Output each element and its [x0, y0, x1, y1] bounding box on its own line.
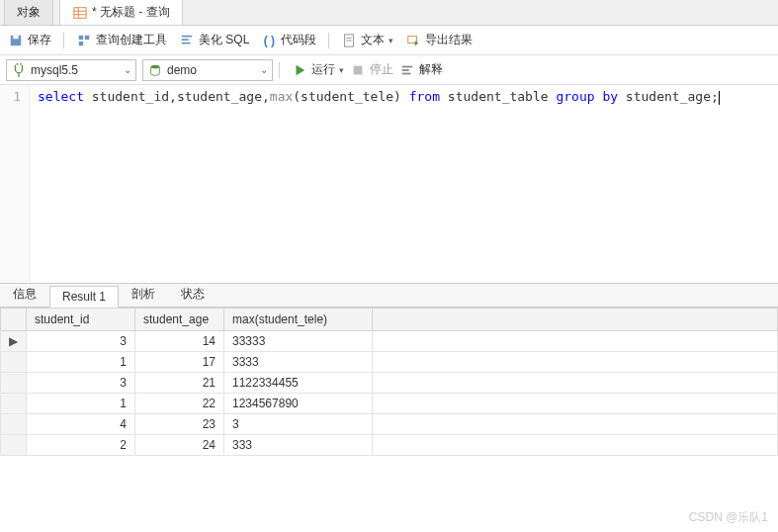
tab-result1[interactable]: Result 1: [49, 286, 119, 308]
svg-rect-7: [85, 35, 89, 39]
cell-empty: [373, 435, 778, 456]
col-header-empty: [373, 309, 778, 331]
svg-rect-14: [354, 65, 363, 74]
snippet-button[interactable]: ( ) 代码段: [261, 32, 316, 48]
export-icon: [405, 33, 421, 48]
plug-icon: [11, 62, 27, 78]
svg-rect-8: [79, 41, 83, 44]
tab-query-label: * 无标题 - 查询: [92, 4, 170, 21]
separator: [63, 33, 64, 48]
result-tab-bar: 信息 Result 1 剖析 状态: [0, 284, 778, 308]
chevron-down-icon: ⌄: [260, 64, 268, 75]
table-row[interactable]: 3211122334455: [1, 373, 778, 394]
snippet-icon: ( ): [261, 33, 277, 48]
cell-max-tele[interactable]: 3333: [224, 352, 373, 373]
separator: [328, 33, 329, 48]
tab-object[interactable]: 对象: [4, 0, 53, 25]
cell-max-tele[interactable]: 333: [224, 435, 373, 456]
cell-student-id[interactable]: 3: [27, 331, 135, 352]
cell-student-age[interactable]: 17: [135, 352, 224, 373]
beautify-sql-button[interactable]: 美化 SQL: [179, 32, 249, 48]
row-indicator: ▶: [1, 331, 27, 352]
col-header-max-tele[interactable]: max(student_tele): [224, 309, 373, 331]
cell-empty: [373, 331, 778, 352]
connection-dropdown[interactable]: mysql5.5 ⌄: [6, 59, 136, 81]
chevron-down-icon: ▾: [389, 36, 393, 45]
table-row[interactable]: 1221234567890: [1, 394, 778, 414]
table-icon: [72, 5, 88, 21]
explain-button[interactable]: 解释: [399, 61, 443, 78]
watermark: CSDN @乐队1: [689, 509, 768, 526]
separator: [279, 62, 280, 78]
row-indicator: [1, 414, 27, 435]
cell-student-age[interactable]: 23: [135, 414, 224, 435]
cell-student-age[interactable]: 24: [135, 435, 224, 456]
svg-rect-6: [79, 35, 83, 39]
sql-editor[interactable]: 1 select student_id,student_age,max(stud…: [0, 85, 778, 283]
row-indicator: [1, 435, 27, 456]
run-button[interactable]: 运行 ▾: [292, 61, 344, 78]
beautify-icon: [179, 33, 195, 48]
cell-student-id[interactable]: 2: [27, 435, 135, 456]
cell-student-id[interactable]: 4: [27, 414, 135, 435]
cell-student-age[interactable]: 14: [135, 331, 224, 352]
editor-tab-bar: 对象 * 无标题 - 查询: [0, 0, 778, 26]
tab-info[interactable]: 信息: [0, 282, 49, 307]
svg-point-13: [151, 64, 160, 68]
row-indicator: [1, 394, 27, 414]
database-icon: [147, 62, 163, 78]
tab-object-label: 对象: [17, 4, 41, 21]
cell-student-age[interactable]: 22: [135, 394, 224, 414]
table-row[interactable]: ▶31433333: [1, 331, 778, 352]
svg-rect-0: [74, 7, 86, 18]
cell-student-id[interactable]: 1: [27, 352, 135, 373]
svg-rect-15: [402, 65, 413, 67]
play-icon: [292, 62, 307, 78]
line-gutter: 1: [0, 85, 30, 283]
chevron-down-icon: ▾: [339, 65, 344, 75]
row-indicator: [1, 373, 27, 394]
text-cursor: [719, 91, 720, 105]
tab-query[interactable]: * 无标题 - 查询: [59, 0, 183, 25]
table-row[interactable]: 224333: [1, 435, 778, 456]
cell-student-age[interactable]: 21: [135, 373, 224, 394]
svg-rect-17: [402, 72, 411, 74]
cell-empty: [373, 373, 778, 394]
table-row[interactable]: 4233: [1, 414, 778, 435]
row-indicator-header: [1, 309, 27, 331]
cell-max-tele[interactable]: 3: [224, 414, 373, 435]
text-button[interactable]: 文本 ▾: [341, 32, 393, 48]
cell-max-tele[interactable]: 1122334455: [224, 373, 373, 394]
result-grid[interactable]: student_id student_age max(student_tele)…: [0, 308, 778, 456]
stop-button[interactable]: 停止: [350, 61, 393, 78]
chevron-down-icon: ⌄: [124, 64, 131, 75]
code-area[interactable]: select student_id,student_age,max(studen…: [30, 85, 728, 283]
cell-max-tele[interactable]: 1234567890: [224, 394, 373, 414]
tab-status[interactable]: 状态: [168, 282, 217, 307]
document-icon: [341, 33, 357, 48]
query-builder-icon: [76, 33, 92, 48]
save-icon: [8, 33, 24, 48]
connection-bar: mysql5.5 ⌄ demo ⌄ 运行 ▾ 停止 解释: [0, 55, 778, 85]
main-toolbar: 保存 查询创建工具 美化 SQL ( ) 代码段 文本 ▾ 导出结果: [0, 26, 778, 55]
cell-student-id[interactable]: 3: [27, 373, 135, 394]
tab-profile[interactable]: 剖析: [119, 282, 168, 307]
database-dropdown[interactable]: demo ⌄: [142, 59, 273, 81]
svg-rect-5: [13, 35, 18, 39]
save-button[interactable]: 保存: [8, 32, 51, 48]
cell-empty: [373, 394, 778, 414]
cell-empty: [373, 414, 778, 435]
cell-max-tele[interactable]: 33333: [224, 331, 373, 352]
export-button[interactable]: 导出结果: [405, 32, 473, 48]
svg-rect-16: [402, 69, 409, 71]
col-header-student-age[interactable]: student_age: [135, 309, 224, 331]
table-row[interactable]: 1173333: [1, 352, 778, 373]
cell-student-id[interactable]: 1: [27, 394, 135, 414]
results-pane: 信息 Result 1 剖析 状态 student_id student_age…: [0, 283, 778, 456]
explain-icon: [399, 62, 415, 78]
row-indicator: [1, 352, 27, 373]
col-header-student-id[interactable]: student_id: [27, 309, 135, 331]
cell-empty: [373, 352, 778, 373]
query-builder-button[interactable]: 查询创建工具: [76, 32, 167, 48]
stop-icon: [350, 62, 366, 78]
